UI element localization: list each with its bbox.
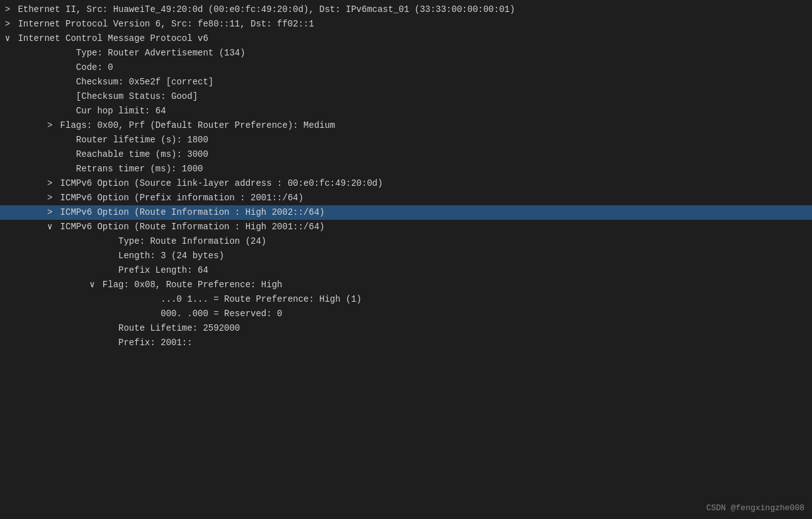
line-icmpv6-opt2[interactable]: > ICMPv6 Option (Prefix information : 20… xyxy=(0,191,812,205)
expand-icon[interactable]: > xyxy=(45,177,55,190)
line-type[interactable]: Type: Router Advertisement (134) xyxy=(0,46,812,60)
line-flags[interactable]: > Flags: 0x00, Prf (Default Router Prefe… xyxy=(0,118,812,133)
watermark: CSDN @fengxingzhe008 xyxy=(706,502,804,515)
line-code[interactable]: Code: 0 xyxy=(0,60,812,75)
line-text-5: Checksum: 0x5e2f [correct] xyxy=(0,76,213,89)
line-text-6: [Checksum Status: Good] xyxy=(0,90,198,103)
no-icon xyxy=(45,90,55,103)
no-icon xyxy=(87,336,97,350)
line-text-9: Router lifetime (s): 1800 xyxy=(0,134,208,147)
no-icon xyxy=(45,105,55,118)
no-icon xyxy=(130,307,140,321)
packet-tree: > Ethernet II, Src: HuaweiTe_49:20:0d (0… xyxy=(0,0,812,519)
line-opt4-type[interactable]: Type: Route Information (24) xyxy=(0,234,812,249)
line-text-13: > ICMPv6 Option (Prefix information : 20… xyxy=(0,191,303,205)
line-text-4: Code: 0 xyxy=(0,61,113,74)
line-icmpv6-opt3[interactable]: > ICMPv6 Option (Route Information : Hig… xyxy=(0,205,812,220)
line-router-lifetime[interactable]: Router lifetime (s): 1800 xyxy=(0,133,812,147)
no-icon xyxy=(87,264,97,277)
no-icon xyxy=(45,148,55,161)
no-icon xyxy=(87,249,97,263)
line-text-11: Retrans timer (ms): 1000 xyxy=(0,163,203,176)
no-icon xyxy=(87,322,97,335)
line-text-3: Type: Router Advertisement (134) xyxy=(0,47,245,60)
line-text-8: > Flags: 0x00, Prf (Default Router Prefe… xyxy=(0,119,336,132)
line-text-15: ∨ ICMPv6 Option (Route Information : Hig… xyxy=(0,220,325,234)
line-checksum-status[interactable]: [Checksum Status: Good] xyxy=(0,89,812,104)
line-opt4-prefix-length[interactable]: Prefix Length: 64 xyxy=(0,263,812,278)
line-text-0: > Ethernet II, Src: HuaweiTe_49:20:0d (0… xyxy=(0,3,515,16)
line-text-18: Prefix Length: 64 xyxy=(0,264,208,277)
line-text-21: 000. .000 = Reserved: 0 xyxy=(0,307,282,321)
no-icon xyxy=(130,293,140,306)
line-icmpv6[interactable]: ∨ Internet Control Message Protocol v6 xyxy=(0,31,812,46)
line-text-23: Prefix: 2001:: xyxy=(0,336,193,350)
line-retrans-timer[interactable]: Retrans timer (ms): 1000 xyxy=(0,162,812,176)
line-icmpv6-opt4[interactable]: ∨ ICMPv6 Option (Route Information : Hig… xyxy=(0,220,812,234)
expand-icon[interactable]: > xyxy=(45,206,55,219)
line-text-16: Type: Route Information (24) xyxy=(0,235,266,248)
line-text-14: > ICMPv6 Option (Route Information : Hig… xyxy=(0,206,325,219)
line-opt4-flag-reserved[interactable]: 000. .000 = Reserved: 0 xyxy=(0,307,812,321)
line-hop-limit[interactable]: Cur hop limit: 64 xyxy=(0,104,812,118)
line-text-22: Route Lifetime: 2592000 xyxy=(0,322,240,335)
line-opt4-length[interactable]: Length: 3 (24 bytes) xyxy=(0,249,812,263)
line-text-12: > ICMPv6 Option (Source link-layer addre… xyxy=(0,177,383,190)
expand-icon[interactable]: > xyxy=(3,3,13,16)
no-icon xyxy=(45,163,55,176)
line-ipv6[interactable]: > Internet Protocol Version 6, Src: fe80… xyxy=(0,17,812,31)
expand-icon[interactable]: > xyxy=(3,18,13,31)
line-reachable-time[interactable]: Reachable time (ms): 3000 xyxy=(0,147,812,162)
line-text-19: ∨ Flag: 0x08, Route Preference: High xyxy=(0,278,282,292)
line-text-7: Cur hop limit: 64 xyxy=(0,105,166,118)
line-opt4-prefix[interactable]: Prefix: 2001:: xyxy=(0,336,812,350)
line-opt4-route-lifetime[interactable]: Route Lifetime: 2592000 xyxy=(0,321,812,336)
expand-icon[interactable]: > xyxy=(45,119,55,132)
line-text-20: ...0 1... = Route Preference: High (1) xyxy=(0,293,362,306)
no-icon xyxy=(45,134,55,147)
no-icon xyxy=(45,47,55,60)
line-checksum[interactable]: Checksum: 0x5e2f [correct] xyxy=(0,75,812,89)
line-text-1: > Internet Protocol Version 6, Src: fe80… xyxy=(0,18,314,31)
line-text-17: Length: 3 (24 bytes) xyxy=(0,249,224,263)
no-icon xyxy=(87,235,97,248)
line-text-2: ∨ Internet Control Message Protocol v6 xyxy=(0,32,208,45)
line-opt4-flag-pref[interactable]: ...0 1... = Route Preference: High (1) xyxy=(0,292,812,307)
expand-icon[interactable]: > xyxy=(45,191,55,205)
collapse-icon[interactable]: ∨ xyxy=(45,220,55,234)
line-icmpv6-opt1[interactable]: > ICMPv6 Option (Source link-layer addre… xyxy=(0,176,812,191)
collapse-icon[interactable]: ∨ xyxy=(87,278,97,292)
line-ethernet[interactable]: > Ethernet II, Src: HuaweiTe_49:20:0d (0… xyxy=(0,3,812,17)
collapse-icon[interactable]: ∨ xyxy=(3,32,13,45)
line-opt4-flag[interactable]: ∨ Flag: 0x08, Route Preference: High xyxy=(0,278,812,292)
no-icon xyxy=(45,61,55,74)
no-icon xyxy=(45,76,55,89)
line-text-10: Reachable time (ms): 3000 xyxy=(0,148,208,161)
